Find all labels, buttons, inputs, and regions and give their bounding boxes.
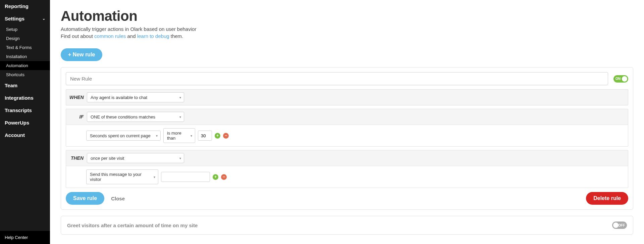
sidebar-item-setup[interactable]: Setup: [0, 25, 50, 34]
when-section: WHEN Any agent is available to chat: [66, 89, 628, 105]
add-condition-icon[interactable]: +: [215, 133, 220, 139]
if-value-input[interactable]: [198, 131, 212, 141]
sidebar-item-powerups[interactable]: PowerUps: [0, 116, 50, 129]
sidebar-item-design[interactable]: Design: [0, 34, 50, 43]
delete-rule-button[interactable]: Delete rule: [586, 192, 628, 205]
rule-toggle-on[interactable]: ON: [613, 75, 628, 83]
save-rule-button[interactable]: Save rule: [66, 192, 104, 205]
remove-action-icon[interactable]: −: [221, 174, 227, 180]
toggle-label: OFF: [618, 224, 625, 227]
rule-editor: ON WHEN Any agent is available to chat I…: [61, 67, 633, 210]
then-action-select[interactable]: Send this message to your visitor: [86, 169, 158, 184]
sidebar-item-reporting[interactable]: Reporting: [0, 0, 50, 12]
collapsed-rule[interactable]: Greet visitors after a certain amount of…: [61, 216, 633, 235]
if-operator-select[interactable]: is more than: [163, 128, 195, 143]
rule-name-input[interactable]: [66, 72, 608, 85]
sidebar-item-integrations[interactable]: Integrations: [0, 92, 50, 104]
then-message-input[interactable]: [161, 172, 210, 182]
chevron-down-icon: ⌄: [42, 16, 45, 21]
new-rule-button[interactable]: + New rule: [61, 48, 102, 61]
link-common-rules[interactable]: common rules: [94, 33, 126, 39]
close-button[interactable]: Close: [106, 192, 129, 205]
if-section: IF ONE of these conditions matches Secon…: [66, 109, 628, 147]
sidebar-item-automation[interactable]: Automation: [0, 61, 50, 70]
page-title: Automation: [61, 8, 633, 24]
sidebar-item-shortcuts[interactable]: Shortcuts: [0, 70, 50, 79]
toggle-knob: [613, 223, 619, 228]
sidebar-item-account[interactable]: Account: [0, 129, 50, 141]
sidebar-item-transcripts[interactable]: Transcripts: [0, 104, 50, 116]
sidebar-item-text-forms[interactable]: Text & Forms: [0, 43, 50, 52]
if-match-mode-select[interactable]: ONE of these conditions matches: [87, 112, 184, 122]
then-label: THEN: [69, 155, 84, 161]
toggle-knob: [622, 76, 627, 82]
sidebar-item-settings[interactable]: Settings ⌄: [0, 12, 50, 25]
remove-condition-icon[interactable]: −: [223, 133, 229, 139]
when-label: WHEN: [69, 95, 84, 100]
collapsed-rule-title: Greet visitors after a certain amount of…: [67, 223, 198, 228]
link-learn-debug[interactable]: learn to debug: [137, 33, 169, 39]
toggle-label: ON: [615, 77, 621, 81]
sidebar-item-installation[interactable]: Installation: [0, 52, 50, 61]
sidebar: Reporting Settings ⌄ Setup Design Text &…: [0, 0, 50, 244]
sidebar-item-help-center[interactable]: Help Center: [0, 231, 50, 244]
sidebar-item-label: Settings: [5, 16, 24, 21]
main-content: Automation Automatically trigger actions…: [50, 0, 644, 244]
if-label: IF: [69, 114, 84, 119]
sidebar-item-team[interactable]: Team: [0, 79, 50, 92]
page-subtitle: Automatically trigger actions in Olark b…: [61, 26, 633, 40]
collapsed-rule-toggle[interactable]: OFF: [612, 222, 627, 229]
then-section: THEN once per site visit Send this messa…: [66, 150, 628, 188]
if-field-select[interactable]: Seconds spent on current page: [86, 131, 161, 141]
then-frequency-select[interactable]: once per site visit: [87, 153, 184, 163]
add-action-icon[interactable]: +: [213, 174, 218, 180]
when-select[interactable]: Any agent is available to chat: [87, 92, 184, 102]
